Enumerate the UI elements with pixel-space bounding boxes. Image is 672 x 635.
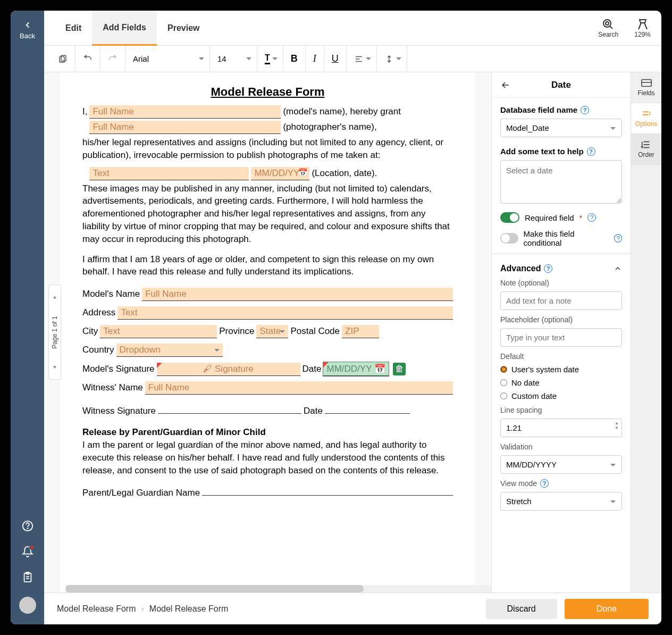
avatar[interactable] — [19, 597, 36, 614]
tab-edit[interactable]: Edit — [55, 11, 92, 46]
vertical-align-button[interactable] — [377, 46, 407, 72]
search-icon — [602, 18, 615, 31]
undo-button[interactable] — [75, 46, 100, 72]
info-icon[interactable]: ? — [540, 479, 549, 488]
order-icon — [641, 140, 652, 149]
page-indicator[interactable]: Page 1 of 1 — [48, 285, 61, 380]
right-tab-options[interactable]: Options — [631, 103, 661, 134]
info-icon[interactable]: ? — [587, 213, 596, 222]
panel-back-icon[interactable] — [500, 80, 511, 90]
doc-title: Model Release Form — [82, 85, 453, 99]
align-button[interactable] — [347, 46, 377, 72]
field-witness-name[interactable]: Full Name — [145, 381, 453, 395]
svg-point-5 — [606, 22, 609, 25]
underline-button[interactable]: U — [324, 46, 347, 72]
field-full-name-2[interactable]: Full Name — [89, 121, 281, 134]
horizontal-scrollbar[interactable] — [65, 585, 491, 592]
document: Model Release Form I, Full Name (model's… — [60, 72, 475, 592]
done-button[interactable]: Done — [565, 599, 649, 619]
back-label: Back — [20, 32, 35, 40]
field-country[interactable]: Dropdown — [116, 344, 223, 357]
info-icon[interactable]: ? — [587, 147, 595, 156]
help-textarea[interactable] — [500, 160, 622, 204]
clipboard-icon[interactable] — [22, 571, 33, 585]
line-spacing-input[interactable] — [500, 419, 622, 437]
field-full-name-1[interactable]: Full Name — [89, 105, 281, 119]
panel-title: Date — [551, 80, 571, 90]
right-tab-fields[interactable]: Fields — [631, 72, 661, 103]
info-icon[interactable]: ? — [581, 106, 589, 114]
help-label: Add some text to help? — [500, 147, 622, 156]
zoom-button[interactable]: 129% — [634, 18, 651, 38]
field-signature[interactable]: 🖋 Signature — [157, 363, 300, 376]
size-select[interactable]: 14 — [210, 46, 257, 72]
chevron-right-icon: › — [141, 604, 144, 614]
bold-button[interactable]: B — [283, 46, 306, 72]
validation-select[interactable]: MM/DD/YYYY — [500, 455, 622, 474]
radio-system-date[interactable]: User's system date — [500, 365, 622, 374]
chevron-up-icon — [614, 264, 622, 273]
spinner-buttons[interactable]: ▲▼ — [615, 421, 619, 430]
placeholder-input[interactable] — [500, 328, 622, 347]
crumb-1[interactable]: Model Release Form — [57, 604, 136, 614]
zoom-icon — [636, 18, 649, 31]
redo-button[interactable] — [100, 46, 125, 72]
pages-icon[interactable] — [51, 46, 75, 72]
breadcrumb: Model Release Form › Model Release Form — [57, 604, 228, 614]
fields-icon — [641, 78, 652, 88]
view-mode-select[interactable]: Stretch — [500, 492, 622, 511]
field-date-selected[interactable]: MM/DD/YY 📅 — [323, 362, 389, 376]
db-field-select[interactable]: Model_Date — [500, 119, 622, 137]
field-zip[interactable]: ZIP — [342, 325, 379, 338]
discard-button[interactable]: Discard — [486, 599, 557, 619]
field-address[interactable]: Text — [117, 306, 453, 320]
search-button[interactable]: Search — [598, 18, 618, 38]
radio-no-date[interactable]: No date — [500, 378, 622, 387]
delete-field-button[interactable]: 🗑 — [393, 363, 406, 375]
svg-point-1 — [27, 528, 28, 529]
italic-button[interactable]: I — [306, 46, 324, 72]
required-toggle[interactable] — [500, 212, 519, 223]
field-location-text[interactable]: Text — [89, 167, 249, 180]
info-icon[interactable]: ? — [544, 264, 552, 273]
help-icon[interactable] — [22, 520, 33, 534]
note-input[interactable] — [500, 291, 622, 310]
field-model-name[interactable]: Full Name — [142, 288, 453, 301]
field-city[interactable]: Text — [100, 325, 217, 338]
radio-custom-date[interactable]: Custom date — [500, 391, 622, 400]
options-icon — [641, 109, 652, 119]
witness-sig-line — [158, 404, 301, 414]
font-select[interactable]: Arial — [125, 46, 210, 72]
tab-preview[interactable]: Preview — [157, 11, 210, 46]
field-state[interactable]: State — [256, 325, 288, 338]
right-tab-order[interactable]: Order — [631, 134, 661, 165]
release-header: Release by Parent/Guardian of Minor Chil… — [82, 426, 453, 439]
db-field-label: Database field name? — [500, 105, 622, 114]
bell-icon[interactable] — [22, 546, 33, 559]
advanced-toggle[interactable]: Advanced ? — [500, 258, 622, 279]
crumb-2[interactable]: Model Release Form — [149, 604, 229, 614]
svg-point-4 — [603, 20, 611, 27]
conditional-toggle[interactable] — [500, 233, 518, 244]
field-date-1[interactable]: MM/DD/YY — [251, 167, 309, 180]
info-icon[interactable]: ? — [614, 234, 622, 243]
back-button[interactable]: Back — [20, 20, 35, 40]
witness-date-line — [325, 404, 410, 414]
text-color-button[interactable]: T — [257, 46, 283, 72]
tab-add-fields[interactable]: Add Fields — [92, 11, 157, 46]
